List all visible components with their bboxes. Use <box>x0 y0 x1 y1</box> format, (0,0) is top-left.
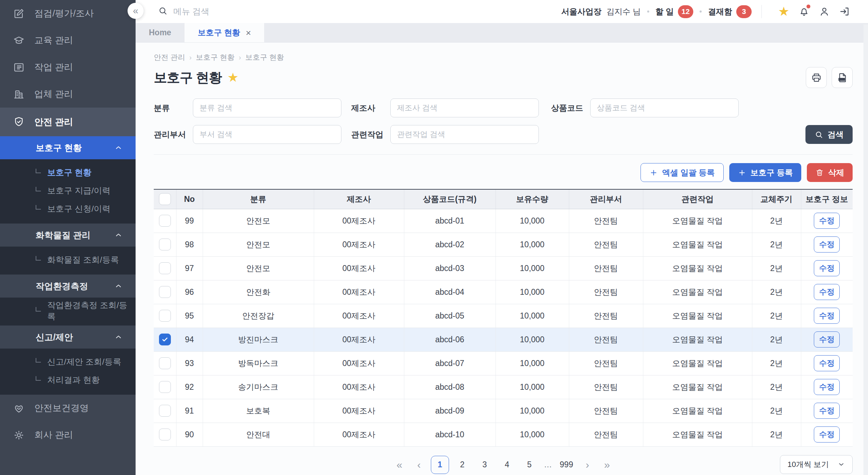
excel-bulk-register-button[interactable]: 엑셀 일괄 등록 <box>641 163 724 182</box>
plus-icon <box>738 168 746 177</box>
notifications-bell-icon[interactable] <box>796 3 812 20</box>
sidebar-item-handshake-heart[interactable]: 안전보건경영 <box>0 395 136 422</box>
row-checkbox[interactable] <box>159 405 171 417</box>
edit-button[interactable]: 수정 <box>814 236 840 253</box>
favorites-star-icon[interactable]: ★ <box>776 3 792 20</box>
tab-page[interactable]: 보호구 현황 × <box>185 23 265 42</box>
row-checkbox[interactable] <box>159 215 171 227</box>
profile-person-icon[interactable] <box>816 3 832 20</box>
edit-button[interactable]: 수정 <box>814 213 840 229</box>
cell-no: 93 <box>176 351 203 375</box>
search-button[interactable]: 검색 <box>805 125 853 144</box>
favorite-star-icon[interactable]: ★ <box>227 71 239 84</box>
filter-label: 제조사 <box>351 103 390 114</box>
page-number[interactable]: 4 <box>498 456 516 474</box>
page-number[interactable]: 5 <box>520 456 538 474</box>
sidebar-item-gear[interactable]: 회사 관리 <box>0 422 136 448</box>
page-number[interactable]: 3 <box>476 456 494 474</box>
register-protective-gear-button[interactable]: 보호구 등록 <box>729 163 801 182</box>
search-icon <box>158 6 168 17</box>
sidebar-group-header[interactable]: 신고/제안 <box>0 326 136 349</box>
cell-qty: 10,000 <box>496 209 569 233</box>
sidebar-subitem[interactable]: 보호구 지급/이력 <box>0 182 136 200</box>
sidebar-collapse-button[interactable]: « <box>128 3 144 19</box>
row-checkbox[interactable] <box>159 262 171 274</box>
edit-button[interactable]: 수정 <box>814 355 840 371</box>
edit-button[interactable]: 수정 <box>814 331 840 348</box>
cell-dept: 안전팀 <box>569 304 643 328</box>
sidebar-group-header[interactable]: 작업환경측정 <box>0 275 136 298</box>
sidebar-item-graduation-cap[interactable]: 교육 관리 <box>0 27 136 54</box>
excel-export-xlsx-icon[interactable]: xlsx <box>832 67 853 88</box>
sidebar-item-task-list[interactable]: 작업 관리 <box>0 54 136 81</box>
sidebar-group: 신고/제안 신고/제안 조회/등록 처리결과 현황 <box>0 326 136 395</box>
todo-count-badge[interactable]: 12 <box>678 5 693 18</box>
select-all-checkbox[interactable] <box>159 193 171 205</box>
sidebar-group-header[interactable]: 화학물질 관리 <box>0 224 136 247</box>
edit-button[interactable]: 수정 <box>814 308 840 324</box>
row-checkbox[interactable] <box>159 334 171 345</box>
menu-search-input[interactable] <box>173 7 320 16</box>
cell-cycle: 2년 <box>752 280 801 304</box>
filter-input[interactable] <box>193 98 341 117</box>
approval-count-badge[interactable]: 3 <box>736 5 752 18</box>
sidebar-item-edit[interactable]: 점검/평가/조사 <box>0 0 136 27</box>
row-checkbox[interactable] <box>159 239 171 250</box>
row-checkbox[interactable] <box>159 381 171 393</box>
cell-code: abcd-02 <box>404 233 496 256</box>
filter-input[interactable] <box>390 98 539 117</box>
sidebar-group-label: 작업환경측정 <box>36 280 88 292</box>
pagination-row: « ‹ 12345 … 999 › » 10개씩 보기 <box>154 455 853 475</box>
sidebar-subitem[interactable]: 신고/제안 조회/등록 <box>0 353 136 371</box>
last-page-icon[interactable]: » <box>599 456 615 474</box>
edit-button[interactable]: 수정 <box>814 379 840 395</box>
edit-button[interactable]: 수정 <box>814 284 840 300</box>
sidebar-subitem[interactable]: 보호구 현황 <box>0 163 136 182</box>
vertical-scrollbar[interactable] <box>863 24 868 475</box>
last-page-number[interactable]: 999 <box>557 456 576 474</box>
edit-button[interactable]: 수정 <box>814 426 840 443</box>
row-checkbox[interactable] <box>159 429 171 440</box>
breadcrumb-item[interactable]: 보호구 현황 <box>196 52 235 62</box>
prev-page-icon[interactable]: ‹ <box>411 456 427 474</box>
search-button-cell: 검색 <box>551 125 853 144</box>
row-checkbox[interactable] <box>159 286 171 298</box>
breadcrumb-item[interactable]: 보호구 현황 <box>245 52 284 62</box>
cell-category: 방독마스크 <box>203 351 314 375</box>
sidebar-bottom-menu: 안전보건경영 회사 관리 <box>0 395 136 448</box>
filter-input[interactable] <box>193 125 341 144</box>
tab-home[interactable]: Home <box>136 23 185 42</box>
delete-button[interactable]: 삭제 <box>807 163 853 182</box>
print-button[interactable] <box>806 67 827 88</box>
breadcrumb-item[interactable]: 안전 관리 <box>154 52 185 62</box>
plus-icon <box>649 168 658 177</box>
page-number[interactable]: 1 <box>431 456 449 474</box>
sidebar-group-header[interactable]: 보호구 현황 <box>0 136 136 159</box>
approval-label[interactable]: 결재함 <box>708 6 732 17</box>
row-checkbox[interactable] <box>159 357 171 369</box>
logout-icon[interactable] <box>837 3 853 20</box>
todo-label[interactable]: 할 일 <box>656 6 674 17</box>
sidebar-subitem[interactable]: 작업환경측정 조회/등록 <box>0 302 136 320</box>
sidebar-subitem[interactable]: 처리결과 현황 <box>0 371 136 389</box>
cell-code: abcd-01 <box>404 209 496 233</box>
filter-input[interactable] <box>590 98 739 117</box>
cell-maker: 00제조사 <box>314 399 404 423</box>
sidebar-item-safety-management[interactable]: 안전 관리 <box>0 108 136 136</box>
sidebar-item-building[interactable]: 업체 관리 <box>0 81 136 108</box>
row-checkbox[interactable] <box>159 310 171 322</box>
edit-button[interactable]: 수정 <box>814 260 840 276</box>
sidebar-subitem[interactable]: 화학물질 조회/등록 <box>0 251 136 269</box>
cell-qty: 10,000 <box>496 233 569 256</box>
page-size-select[interactable]: 10개씩 보기 <box>780 455 853 474</box>
next-page-icon[interactable]: › <box>580 456 595 474</box>
cell-work: 오염물질 작업 <box>643 304 752 328</box>
close-icon[interactable]: × <box>246 28 251 37</box>
graduation-cap-icon <box>13 34 25 47</box>
filter-input[interactable] <box>390 125 539 144</box>
first-page-icon[interactable]: « <box>392 456 407 474</box>
edit-button[interactable]: 수정 <box>814 403 840 419</box>
sidebar-group-label: 보호구 현황 <box>36 142 82 154</box>
page-number[interactable]: 2 <box>453 456 471 474</box>
sidebar-subitem[interactable]: 보호구 신청/이력 <box>0 200 136 218</box>
